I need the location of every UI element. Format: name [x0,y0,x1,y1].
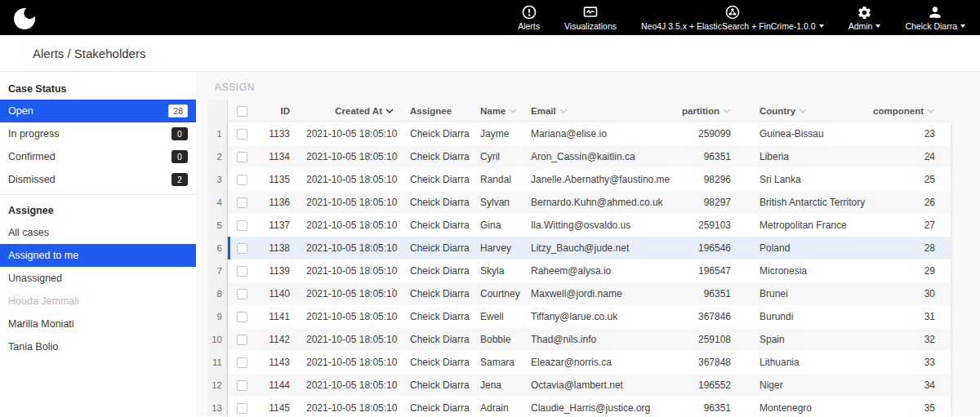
cell-component: 25 [865,174,951,185]
cell-partition: 196552 [666,379,731,391]
cell-created-at: 2021-10-05 18:05:10 [290,379,394,391]
cell-id: 1140 [256,288,290,299]
sidebar-item-label: Confirmed [8,151,56,162]
row-checkbox[interactable] [228,312,256,322]
sidebar-item-unassigned[interactable]: Unassigned [0,267,196,290]
column-header-partition[interactable]: partition [666,106,731,116]
row-number: 7 [208,260,227,282]
table-area: IDCreated AtAssigneeNameEmailpartitionCo… [228,100,951,416]
select-all-checkbox[interactable] [228,106,256,117]
column-header-created-at[interactable]: Created At [290,106,394,116]
table-row[interactable]: 11422021-10-05 18:05:10Cheick DiarraBobb… [228,328,951,351]
checkbox-icon [237,175,247,185]
checkbox-icon [237,266,247,277]
table-row[interactable]: 11332021-10-05 18:05:10Cheick DiarraJaym… [228,122,951,145]
table-row[interactable]: 11342021-10-05 18:05:10Cheick DiarraCyri… [228,145,951,168]
table-row[interactable]: 11412021-10-05 18:05:10Cheick DiarraEwel… [228,305,951,328]
table-row[interactable]: 11352021-10-05 18:05:10Cheick DiarraRand… [228,168,951,191]
row-checkbox[interactable] [228,243,256,254]
row-checkbox[interactable] [228,335,256,345]
row-checkbox[interactable] [228,152,256,162]
cell-id: 1138 [256,242,290,254]
row-number: 6 [208,237,227,260]
cell-created-at: 2021-10-05 18:05:10 [290,402,394,414]
column-header-assignee[interactable]: Assignee [394,106,464,116]
column-header-name[interactable]: Name [464,106,514,116]
graph-database-icon [724,4,741,20]
sidebar-item-tania-bolio[interactable]: Tania Bolio [0,335,196,358]
table-row[interactable]: 11402021-10-05 18:05:10Cheick DiarraCour… [228,282,951,305]
top-navbar: AlertsVisualizationsNeo4J 3.5.x + Elasti… [0,0,980,35]
table-row[interactable]: 11442021-10-05 18:05:10Cheick DiarraJena… [228,374,951,397]
cell-component: 32 [865,334,951,345]
column-header-email[interactable]: Email [514,106,666,116]
cell-email: Ila.Witting@osvaldo.us [514,220,666,231]
cell-created-at: 2021-10-05 18:05:10 [290,151,394,162]
row-checkbox[interactable] [228,129,256,140]
cell-created-at: 2021-10-05 18:05:10 [290,242,394,254]
cell-name: Bobbie [464,334,514,345]
assign-button[interactable]: ASSIGN [215,82,255,93]
main-area: Case StatusOpen28In progress0Confirmed0D… [0,72,980,416]
cell-email: Aron_Cassin@kaitlin.ca [514,151,666,162]
sidebar-item-confirmed[interactable]: Confirmed0 [0,145,196,168]
count-badge: 0 [172,150,188,164]
sidebar-item-in-progress[interactable]: In progress0 [0,122,196,145]
nav-item-admin[interactable]: Admin [849,4,881,31]
sidebar-item-label: All cases [8,227,49,238]
column-header-id[interactable]: ID [256,106,290,116]
cell-component: 27 [865,220,951,231]
row-checkbox[interactable] [228,289,256,299]
table-row[interactable]: 11372021-10-05 18:05:10Cheick DiarraGina… [228,214,951,237]
sidebar-item-assigned-to-me[interactable]: Assigned to me [0,244,196,267]
cell-partition: 98296 [666,174,731,185]
row-checkbox[interactable] [228,266,256,277]
table-row[interactable]: 11452021-10-05 18:05:10Cheick DiarraAdra… [228,397,951,416]
sidebar-item-label: Dismissed [8,174,56,185]
sidebar-item-all-cases[interactable]: All cases [0,221,196,244]
nav-item-alerts[interactable]: Alerts [518,4,540,31]
sidebar-item-marilia-moniati[interactable]: Marilia Moniati [0,313,196,335]
cell-assignee: Cheick Diarra [394,288,464,299]
cell-partition: 196546 [666,242,731,254]
cell-component: 34 [865,379,951,391]
row-checkbox[interactable] [228,175,256,185]
row-number: 4 [208,191,227,214]
row-checkbox[interactable] [228,403,256,414]
column-header-country[interactable]: Country [731,106,865,116]
row-number: 3 [208,168,227,191]
cell-email: Bernardo.Kuhn@ahmed.co.uk [514,197,666,208]
cell-component: 30 [865,288,951,299]
table-row[interactable]: 11382021-10-05 18:05:10Cheick DiarraHarv… [228,237,951,260]
row-checkbox[interactable] [228,380,256,391]
count-badge: 0 [172,127,188,141]
user-icon [927,4,943,20]
cell-id: 1136 [256,197,290,208]
cell-partition: 96351 [666,151,731,162]
table-row[interactable]: 11432021-10-05 18:05:10Cheick DiarraSama… [228,351,951,374]
cell-country: Lithuania [731,357,865,368]
cell-country: British Antarctic Territory [731,197,865,208]
sidebar-item-houda-jemmali[interactable]: Houda Jemmali [0,290,196,313]
column-header-component[interactable]: component [865,106,951,116]
row-checkbox[interactable] [228,197,256,208]
sidebar-item-label: Assigned to me [8,250,78,261]
nav-item-visualizations[interactable]: Visualizations [564,4,617,31]
checkbox-icon [237,357,247,368]
navbar-menu: AlertsVisualizationsNeo4J 3.5.x + Elasti… [518,4,965,31]
nav-item-cheick-diarra[interactable]: Cheick Diarra [905,4,965,31]
nav-item-neo4j-3-5-x-elasticsearch-fincrime-1-0-0[interactable]: Neo4J 3.5.x + ElasticSearch + FinCrime-1… [641,4,824,31]
table-row[interactable]: 11362021-10-05 18:05:10Cheick DiarraSylv… [228,191,951,214]
row-checkbox[interactable] [228,357,256,368]
row-checkbox[interactable] [228,220,256,231]
breadcrumb: Alerts / Stakeholders [0,35,980,72]
row-number: 1 [208,122,227,145]
sidebar-item-dismissed[interactable]: Dismissed2 [0,168,196,191]
table-row[interactable]: 11392021-10-05 18:05:10Cheick DiarraSkyl… [228,260,951,282]
cell-country: Poland [731,242,865,254]
app-logo-icon[interactable] [13,5,39,31]
sidebar-section-title: Assignee [0,198,196,221]
cell-component: 23 [865,128,951,140]
cell-country: Brunei [731,288,865,299]
sidebar-item-open[interactable]: Open28 [0,100,196,122]
